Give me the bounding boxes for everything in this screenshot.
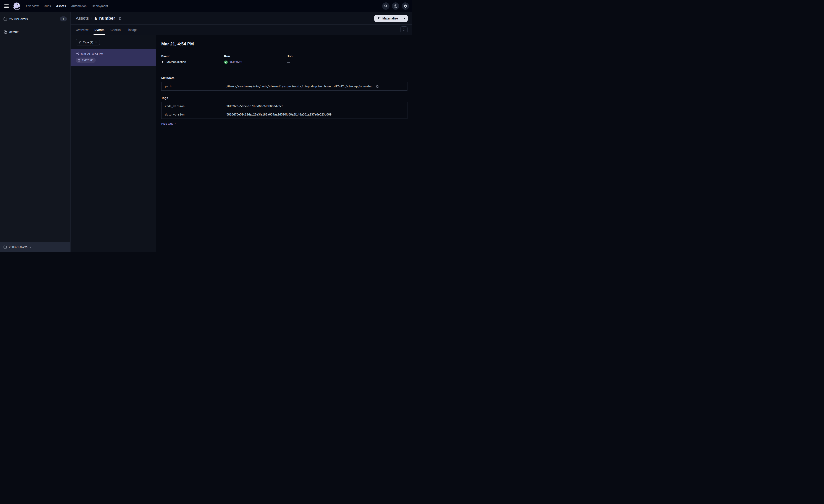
- caret-up-icon: ▲: [174, 123, 176, 125]
- help-icon: [394, 4, 398, 8]
- tabs-row: Overview Events Checks Lineage: [71, 25, 412, 35]
- metadata-heading: Metadata: [161, 76, 407, 80]
- event-type-label: Materialization: [167, 60, 186, 64]
- run-success-check-icon: [224, 60, 228, 64]
- metadata-path-link[interactable]: /Users/smackesey/stm/code/elementl/exper…: [226, 85, 373, 88]
- sidebar-item-default-group[interactable]: default: [0, 26, 70, 38]
- event-type-value: Materialization: [161, 60, 224, 64]
- tab-checks[interactable]: Checks: [110, 25, 121, 35]
- table-row: code_version 2fd32b85-59be-4d7d-8d6e-943…: [162, 102, 407, 110]
- job-column: Job —: [287, 54, 407, 64]
- run-target-icon: [78, 59, 81, 62]
- event-detail-panel: Mar 21, 4:54 PM Event: [156, 35, 412, 252]
- run-column-label: Run: [224, 54, 287, 58]
- sparkle-icon: [377, 16, 381, 20]
- job-value: —: [287, 60, 407, 64]
- event-column: Event Materialization: [161, 54, 224, 64]
- hide-tags-label: Hide tags: [161, 122, 173, 125]
- top-navigation: Overview Runs Assets Automation Deployme…: [25, 3, 108, 9]
- nav-runs[interactable]: Runs: [43, 3, 51, 9]
- materialize-button[interactable]: Materialize: [374, 15, 401, 22]
- copy-path-button[interactable]: [375, 84, 379, 89]
- run-id-label: 2fd32b85: [82, 59, 93, 62]
- tag-key: data_version: [162, 110, 223, 119]
- materialize-split-button: Materialize: [374, 15, 408, 22]
- copy-icon: [118, 16, 122, 20]
- metadata-value-cell: /Users/smackesey/stm/code/elementl/exper…: [223, 82, 407, 91]
- search-icon: [384, 4, 388, 8]
- content: Assets › a_number: [71, 12, 412, 252]
- tags-heading: Tags: [161, 96, 407, 100]
- sidebar-item-code-location[interactable]: 250321-dvers 1: [0, 12, 70, 26]
- table-row: path /Users/smackesey/stm/code/elementl/…: [162, 82, 407, 91]
- gear-icon: [403, 4, 407, 8]
- settings-button[interactable]: [402, 2, 409, 10]
- tab-lineage[interactable]: Lineage: [127, 25, 137, 35]
- folder-icon: [3, 17, 7, 20]
- materialization-sparkle-icon: [161, 60, 165, 64]
- hide-tags-link[interactable]: Hide tags ▲: [161, 122, 176, 125]
- sidebar-spacer: [0, 38, 70, 242]
- tab-overview[interactable]: Overview: [76, 25, 88, 35]
- topbar: Overview Runs Assets Automation Deployme…: [0, 0, 412, 12]
- asset-group-icon: [3, 30, 7, 34]
- copy-asset-name-button[interactable]: [118, 16, 122, 20]
- asset-tabs: Overview Events Checks Lineage: [76, 25, 137, 35]
- tags-table: code_version 2fd32b85-59be-4d7d-8d6e-943…: [161, 102, 407, 119]
- refresh-events-button[interactable]: [400, 26, 408, 33]
- breadcrumb-separator: ›: [91, 16, 92, 20]
- filter-funnel-icon: [78, 41, 81, 44]
- search-button[interactable]: [382, 2, 390, 10]
- job-column-label: Job: [287, 54, 407, 58]
- tag-value: 2fd32b85-59be-4d7d-8d6e-943b6b3d73cf: [223, 102, 407, 110]
- folder-icon: [3, 246, 7, 249]
- nav-overview[interactable]: Overview: [25, 3, 39, 9]
- nav-assets[interactable]: Assets: [56, 3, 67, 9]
- code-location-label: 250321-dvers: [9, 17, 58, 21]
- sidebar-footer: 250321-dvers: [0, 242, 70, 252]
- footer-code-location-label: 250321-dvers: [9, 245, 27, 249]
- event-detail-title: Mar 21, 4:54 PM: [161, 41, 407, 46]
- reload-code-location-button[interactable]: [29, 245, 33, 249]
- event-column-label: Event: [161, 54, 224, 58]
- hamburger-icon: [4, 4, 9, 8]
- event-item-header: Mar 21, 4:54 PM: [76, 52, 151, 55]
- page-title: a_number: [94, 16, 115, 21]
- nav-deployment[interactable]: Deployment: [91, 3, 108, 9]
- run-id-link[interactable]: 2fd32b85: [229, 60, 242, 64]
- breadcrumb-assets-link[interactable]: Assets: [76, 16, 89, 21]
- filter-row: Type (2): [71, 35, 156, 45]
- materialize-options-button[interactable]: [401, 15, 408, 22]
- event-timestamp: Mar 21, 4:54 PM: [81, 52, 103, 55]
- tab-events[interactable]: Events: [94, 25, 104, 35]
- app-body: 250321-dvers 1 default: [0, 12, 412, 252]
- dagster-logo-icon[interactable]: [12, 2, 21, 11]
- chevron-down-icon: [95, 41, 97, 43]
- materialization-sparkle-icon: [76, 52, 79, 55]
- tag-value: 5816d76e51c13dac22e3fa182a654aa2d526fb50…: [223, 110, 407, 119]
- metadata-table: path /Users/smackesey/stm/code/elementl/…: [161, 82, 407, 91]
- run-id-pill[interactable]: 2fd32b85: [76, 57, 96, 63]
- type-filter-button[interactable]: Type (2): [76, 39, 100, 45]
- sync-icon: [402, 28, 406, 31]
- run-column: Run 2fd32b85: [224, 54, 287, 64]
- event-list-item[interactable]: Mar 21, 4:54 PM 2fd32b85: [71, 49, 156, 66]
- sidebar: 250321-dvers 1 default: [0, 12, 71, 252]
- event-summary-columns: Event Materialization: [161, 54, 407, 64]
- metadata-key: path: [162, 82, 223, 91]
- asset-count-badge: 1: [60, 16, 67, 21]
- nav-automation[interactable]: Automation: [71, 3, 87, 9]
- breadcrumb: Assets › a_number: [76, 16, 122, 21]
- help-button[interactable]: [392, 2, 399, 10]
- content-body: Type (2): [71, 35, 412, 252]
- events-list-panel: Type (2): [71, 35, 156, 252]
- copy-icon: [376, 85, 379, 88]
- content-header: Assets › a_number: [71, 12, 412, 25]
- dagster-app: Overview Runs Assets Automation Deployme…: [0, 0, 412, 252]
- hamburger-menu-button[interactable]: [2, 2, 11, 10]
- caret-down-icon: [403, 17, 406, 19]
- run-value: 2fd32b85: [224, 60, 287, 64]
- sync-icon: [29, 245, 33, 249]
- table-row: data_version 5816d76e51c13dac22e3fa182a6…: [162, 110, 407, 119]
- type-filter-label: Type (2): [83, 41, 93, 44]
